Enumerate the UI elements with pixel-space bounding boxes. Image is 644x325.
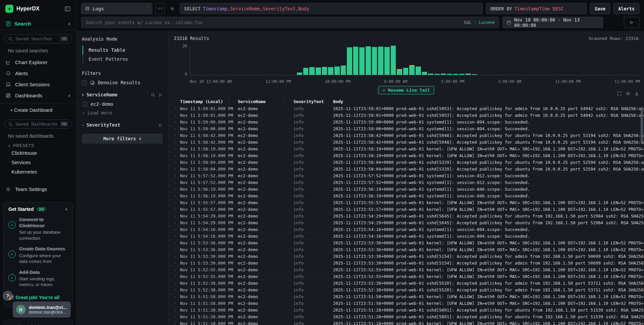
histogram-bar[interactable] xyxy=(502,45,509,75)
histogram-bar[interactable] xyxy=(365,45,372,75)
histogram-bar[interactable] xyxy=(596,45,603,75)
preset-kubernetes[interactable]: Kubernetes xyxy=(0,167,76,176)
histogram-bar[interactable] xyxy=(234,45,240,75)
row-expand-chevron[interactable]: › xyxy=(168,226,180,233)
sidebar-item-client-sessions[interactable]: Client Sessions xyxy=(0,79,76,90)
histogram-bar[interactable] xyxy=(290,45,297,75)
histogram-bar[interactable] xyxy=(590,45,596,75)
row-expand-chevron[interactable]: › xyxy=(168,199,180,206)
histogram-bar[interactable] xyxy=(559,45,565,75)
table-row[interactable]: ›Nov 11 5:58:19.000 PMec2-demoinfo2025-1… xyxy=(168,152,644,159)
table-row[interactable]: ›Nov 11 5:55:57.000 PMec2-demoinfo2025-1… xyxy=(168,206,644,213)
histogram-bar[interactable] xyxy=(421,45,428,75)
histogram-bar[interactable] xyxy=(297,45,303,75)
load-more-button[interactable]: › Load more xyxy=(82,110,163,115)
table-row[interactable]: ›Nov 11 5:54:16.000 PMec2-demoinfo2025-1… xyxy=(168,233,644,240)
query-settings-gear-icon[interactable] xyxy=(168,3,176,14)
histogram-bar[interactable] xyxy=(384,45,390,75)
histogram-bar[interactable] xyxy=(303,45,309,75)
table-row[interactable]: ›Nov 11 5:51:58.000 PMec2-demoinfo2025-1… xyxy=(168,293,644,300)
order-by-input[interactable]: ORDER BY TimestampTime DESC xyxy=(486,3,587,14)
row-expand-chevron[interactable]: › xyxy=(168,267,180,273)
table-row[interactable]: ›Nov 11 5:53:30.000 PMec2-demoinfo2025-1… xyxy=(168,253,644,260)
row-expand-chevron[interactable]: › xyxy=(168,119,180,125)
presets-header[interactable]: ∨ PRESETS xyxy=(8,143,76,148)
row-expand-chevron[interactable]: › xyxy=(168,166,180,172)
histogram-bar[interactable] xyxy=(253,45,259,75)
histogram-bar[interactable] xyxy=(515,45,522,75)
table-row[interactable]: ›Nov 11 5:59:00.000 PMec2-demoinfo2025-1… xyxy=(168,126,644,132)
histogram-bar[interactable] xyxy=(465,45,472,75)
histogram-bar[interactable] xyxy=(571,45,578,75)
help-button[interactable]: ? xyxy=(3,291,13,301)
save-button[interactable]: Save xyxy=(590,3,610,14)
table-row[interactable]: ›Nov 11 5:53:36.000 PMec2-demoinfo2025-1… xyxy=(168,246,644,253)
row-expand-chevron[interactable]: › xyxy=(168,159,180,166)
ec2-demo-checkbox[interactable] xyxy=(83,102,88,107)
histogram-bar[interactable] xyxy=(440,45,446,75)
table-row[interactable]: ›Nov 11 5:57:52.000 PMec2-demoinfo2025-1… xyxy=(168,179,644,186)
sql-editor-toggle-button[interactable] xyxy=(156,3,164,14)
histogram-bar[interactable] xyxy=(509,45,515,75)
histogram-bar[interactable] xyxy=(359,45,365,75)
table-row[interactable]: ›Nov 11 5:58:42.000 PMec2-demoinfo2025-1… xyxy=(168,139,644,146)
alerts-button[interactable]: Alerts xyxy=(613,3,639,14)
group-pin-icon[interactable] xyxy=(158,123,163,127)
histogram-bar[interactable] xyxy=(609,45,615,75)
saved-searches-field[interactable] xyxy=(15,36,58,41)
histogram-bar[interactable] xyxy=(452,45,459,75)
table-row[interactable]: ›Nov 11 5:58:19.000 PMec2-demoinfo2025-1… xyxy=(168,146,644,152)
histogram-bar[interactable] xyxy=(240,45,247,75)
histogram-bar[interactable] xyxy=(203,45,209,75)
sql-mode-option[interactable]: SQL xyxy=(464,20,472,25)
sidebar-collapse-icon[interactable] xyxy=(64,6,71,12)
row-expand-chevron[interactable]: › xyxy=(168,139,180,145)
group-pin-icon[interactable] xyxy=(158,93,163,97)
histogram-bar[interactable] xyxy=(371,45,378,75)
histogram-bar[interactable] xyxy=(278,45,284,75)
date-range-picker[interactable]: Nov 10 00:00:00 - Nov 13 00:00:00 xyxy=(502,17,603,28)
histogram-bar[interactable] xyxy=(552,45,559,75)
expand-table-icon[interactable] xyxy=(617,91,622,96)
histogram-bar[interactable] xyxy=(309,45,315,75)
histogram-bar[interactable] xyxy=(546,45,553,75)
resume-live-tail-button[interactable]: Resume Live Tail xyxy=(378,86,434,94)
histogram-bar[interactable] xyxy=(353,45,359,75)
table-row[interactable]: ›Nov 11 5:52:38.000 PMec2-demoinfo2025-1… xyxy=(168,280,644,287)
histogram-bar[interactable] xyxy=(209,45,215,75)
histogram-bar[interactable] xyxy=(378,45,384,75)
saved-searches-input[interactable]: ⌘K xyxy=(4,34,72,43)
column-settings-icon[interactable] xyxy=(626,91,631,96)
histogram-bar[interactable] xyxy=(321,45,328,75)
table-row[interactable]: ›Nov 11 5:52:55.000 PMec2-demoinfo2025-1… xyxy=(168,273,644,280)
table-row[interactable]: ›Nov 11 5:56:19.000 PMec2-demoinfo2025-1… xyxy=(168,186,644,193)
histogram-bar[interactable] xyxy=(578,45,584,75)
sidebar-item-search[interactable]: Search ∧ xyxy=(0,17,76,30)
histogram-bar[interactable] xyxy=(484,45,490,75)
table-scrollbar[interactable] xyxy=(641,107,643,142)
table-row[interactable]: ›Nov 11 5:53:30.000 PMec2-demoinfo2025-1… xyxy=(168,260,644,267)
row-expand-chevron[interactable]: › xyxy=(168,307,180,313)
table-row[interactable]: ›Nov 11 5:54:29.000 PMec2-demoinfo2025-1… xyxy=(168,220,644,226)
table-row[interactable]: ›Nov 11 5:54:16.000 PMec2-demoinfo2025-1… xyxy=(168,226,644,233)
table-row[interactable]: ›Nov 11 5:52:38.000 PMec2-demoinfo2025-1… xyxy=(168,287,644,293)
table-row[interactable]: ›Nov 11 5:59:01.000 PMec2-demoinfo2025-1… xyxy=(168,105,644,112)
row-expand-chevron[interactable]: › xyxy=(168,280,180,286)
histogram-bar[interactable] xyxy=(628,45,634,75)
row-expand-chevron[interactable]: › xyxy=(168,173,180,179)
histogram-bar[interactable] xyxy=(259,45,265,75)
row-expand-chevron[interactable]: › xyxy=(168,152,180,159)
histogram-plot-area[interactable] xyxy=(190,45,640,75)
column-header-severitytext[interactable]: SeverityText xyxy=(289,99,329,104)
histogram-bar[interactable] xyxy=(478,45,484,75)
histogram-bar[interactable] xyxy=(228,45,234,75)
row-expand-chevron[interactable]: › xyxy=(168,240,180,246)
histogram-bar[interactable] xyxy=(315,45,322,75)
table-row[interactable]: ›Nov 11 5:57:52.000 PMec2-demoinfo2025-1… xyxy=(168,173,644,179)
events-histogram[interactable]: 2K 0 Nov 10 12:00:00 AM12:00:00 PM10:00:… xyxy=(174,44,641,84)
histogram-bar[interactable] xyxy=(197,45,203,75)
get-started-step[interactable]: ✓ Add Data Start sending logs, metrics, … xyxy=(8,269,68,288)
table-row[interactable]: ›Nov 11 5:51:28.000 PMec2-demoinfo2025-1… xyxy=(168,314,644,320)
histogram-bar[interactable] xyxy=(615,45,622,75)
table-row[interactable]: ›Nov 11 5:55:57.000 PMec2-demoinfo2025-1… xyxy=(168,199,644,206)
